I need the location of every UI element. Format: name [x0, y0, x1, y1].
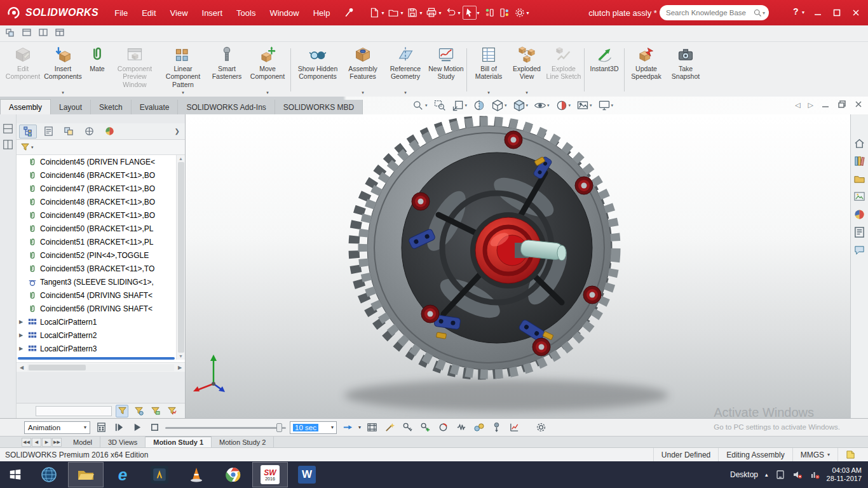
pane-layout-icon-1[interactable]	[5, 27, 18, 40]
tree-item-tangent[interactable]: Tangent3 (SLEEVE SLIDING<1>,	[17, 275, 176, 288]
first-tab-arrow[interactable]: ◀◀	[22, 438, 31, 447]
prev-tab-arrow[interactable]: ◀	[32, 438, 41, 447]
exploded-view-button[interactable]: Exploded View▾	[508, 43, 545, 97]
open-button[interactable]	[386, 6, 400, 20]
tree-item-mate[interactable]: Coincident54 (DRIVING SHAFT<	[17, 288, 176, 302]
show-hidden-icons-caret[interactable]: ▴	[765, 471, 768, 478]
print-dropdown-arrow[interactable]: ▾	[438, 10, 441, 16]
tab-model[interactable]: Model	[65, 437, 100, 447]
tab-solidworks-addins[interactable]: SOLIDWORKS Add-Ins	[178, 100, 275, 114]
pane-layout-icon-2[interactable]	[22, 27, 34, 40]
play-button[interactable]	[130, 421, 144, 435]
pane-layout-icon-4[interactable]	[55, 27, 67, 40]
options-dropdown-arrow[interactable]: ▾	[527, 10, 529, 16]
linear-component-pattern-button[interactable]: Linear Component Pattern▾	[159, 43, 207, 97]
taskbar-app[interactable]	[142, 462, 177, 487]
study-type-select[interactable]: Animation▾	[24, 421, 90, 434]
tray-network-error-icon[interactable]	[810, 470, 820, 480]
options-gear-button[interactable]	[513, 6, 527, 20]
calculate-button[interactable]	[94, 421, 108, 435]
assembly-features-button[interactable]: Assembly Features▾	[342, 43, 383, 97]
tree-vertical-scrollbar[interactable]: ▲ ▼	[176, 155, 185, 360]
smart-fasteners-button[interactable]: Smart Fasteners	[207, 43, 247, 97]
tree-item-pattern[interactable]: ▶LocalCirPattern1	[17, 315, 176, 329]
new-motion-study-button[interactable]: New Motion Study	[428, 43, 465, 97]
displaymanager-tab[interactable]	[100, 125, 118, 139]
playback-duration-select[interactable]: 10 sec▾	[290, 421, 337, 434]
units-dropdown-arrow[interactable]: ▾	[827, 452, 830, 458]
dimxpertmanager-tab[interactable]	[80, 125, 98, 139]
menu-tools[interactable]: Tools	[229, 0, 262, 25]
insert-components-button[interactable]: Insert Components▾	[42, 43, 84, 97]
zoom-area-button[interactable]	[433, 99, 446, 112]
scroll-up-arrow[interactable]: ▲	[179, 156, 183, 161]
pane-layout-icon-3[interactable]	[38, 27, 51, 40]
new-dropdown-arrow[interactable]: ▾	[381, 10, 384, 16]
tags-icon[interactable]	[837, 448, 863, 461]
expand-arrow[interactable]: ▶	[19, 346, 25, 351]
tree-item-pattern[interactable]: ▶LocalCirPattern3	[17, 342, 176, 355]
filter-dropdown-arrow[interactable]: ▾	[31, 145, 34, 150]
spring-button[interactable]	[454, 421, 468, 435]
solidworks-resources-home-icon[interactable]	[853, 137, 865, 149]
maximize-button[interactable]	[827, 4, 846, 22]
taskbar-solidworks[interactable]: SW 2016	[252, 462, 288, 487]
last-tab-arrow[interactable]: ▶▶	[52, 438, 62, 447]
filter-driving-button[interactable]	[149, 405, 161, 417]
menu-file[interactable]: File	[107, 0, 135, 25]
timeline-zoom-slider[interactable]	[165, 421, 286, 434]
results-button[interactable]	[507, 421, 521, 435]
scrollbar-track[interactable]	[27, 364, 174, 371]
featuremanager-tree-tab[interactable]	[19, 125, 37, 139]
undo-button[interactable]	[444, 6, 458, 20]
search-input[interactable]	[666, 9, 753, 17]
new-document-button[interactable]	[367, 6, 381, 20]
zoom-fit-button[interactable]: ▾	[412, 99, 428, 112]
assembly-model[interactable]	[186, 114, 850, 418]
apply-scene-button[interactable]: ▾	[576, 99, 592, 112]
solidworks-forum-icon[interactable]	[853, 244, 865, 256]
autokey-button[interactable]	[400, 421, 414, 435]
taskbar-vlc[interactable]	[179, 462, 214, 487]
units-selector[interactable]: MMGS▾	[792, 448, 837, 461]
taskbar-file-explorer[interactable]	[68, 462, 104, 487]
section-view-button[interactable]	[473, 99, 485, 112]
scroll-down-arrow[interactable]: ▼	[179, 354, 183, 358]
move-component-button[interactable]: Move Component▾	[247, 43, 288, 97]
bill-of-materials-button[interactable]: Bill of Materials▾	[469, 43, 508, 97]
close-button[interactable]	[846, 4, 865, 22]
view-palette-icon[interactable]	[853, 191, 865, 203]
display-style-button[interactable]: ▾	[513, 99, 529, 112]
save-dropdown-arrow[interactable]: ▾	[419, 10, 422, 16]
split-pane-icon[interactable]	[3, 123, 13, 134]
custom-properties-icon[interactable]	[853, 226, 865, 238]
propertymanager-tab[interactable]	[39, 125, 57, 139]
tree-item-mate[interactable]: Coincident49 (BRACKET<11>,BO	[17, 208, 176, 222]
taskbar-chrome[interactable]	[215, 462, 251, 487]
tree-item-mate[interactable]: Coincident51 (BRACKET<11>,PL	[17, 235, 176, 248]
menu-view[interactable]: View	[163, 0, 195, 25]
tab-motion-study-2[interactable]: Motion Study 2	[212, 437, 274, 447]
pin-menu-icon[interactable]	[343, 6, 356, 19]
take-snapshot-button[interactable]: Take Snapshot	[666, 43, 705, 97]
help-button[interactable]: ?	[793, 6, 799, 17]
tab-sketch[interactable]: Sketch	[91, 100, 132, 114]
search-icon[interactable]	[753, 8, 763, 18]
expand-arrow[interactable]: ▶	[19, 332, 25, 338]
panel-flyout-arrow[interactable]: ❯	[175, 128, 182, 135]
rebuild-icon[interactable]	[498, 6, 512, 20]
appearances-scenes-icon[interactable]	[853, 208, 865, 220]
add-key-button[interactable]	[418, 421, 432, 435]
filter-results-button[interactable]	[165, 405, 178, 417]
selection-filter-icon[interactable]	[482, 6, 496, 20]
next-tab-arrow[interactable]: ▶	[42, 438, 51, 447]
previous-pane-button[interactable]: ◁	[795, 101, 800, 109]
tree-item-mate[interactable]: Coincident56 (DRIVING SHAFT<	[17, 302, 176, 315]
instant3d-button[interactable]: Instant3D	[587, 43, 622, 97]
save-button[interactable]	[405, 6, 419, 20]
next-pane-button[interactable]: ▷	[808, 101, 813, 109]
playback-mode-dropdown[interactable]: ▾	[358, 424, 361, 430]
update-speedpak-button[interactable]: Update Speedpak	[627, 43, 666, 97]
tab-assembly[interactable]: Assembly	[0, 99, 51, 114]
tray-volume-muted-icon[interactable]	[792, 470, 803, 480]
